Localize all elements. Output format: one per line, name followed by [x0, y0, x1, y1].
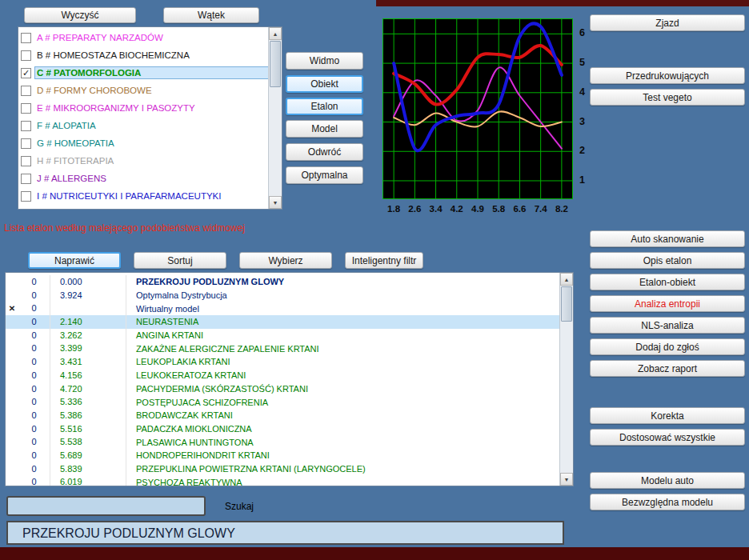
- side-button[interactable]: Zjazd: [590, 14, 745, 31]
- side-button[interactable]: Test vegeto: [590, 89, 745, 106]
- side-button[interactable]: NLS-analiza: [590, 317, 745, 334]
- side-button[interactable]: Bezwzględna modelu: [590, 494, 745, 510]
- side-button[interactable]: Auto skanowanie: [590, 230, 745, 247]
- side-button[interactable]: Zobacz raport: [590, 360, 745, 377]
- category-item[interactable]: H # FITOTERAPIA: [18, 152, 268, 170]
- category-item[interactable]: D # FORMY CHOROBOWE: [18, 82, 268, 99]
- category-item[interactable]: G # HOMEOPATIA: [18, 134, 268, 152]
- category-label: F # ALOPATIA: [35, 120, 268, 131]
- etalon-row[interactable]: 03.399ZAKAŻNE ALERGICZNE ZAPALENIE KRTAN…: [6, 342, 559, 355]
- scroll-thumb[interactable]: [270, 41, 281, 87]
- row-similarity-value: 6.019: [50, 475, 126, 486]
- scroll-down-icon[interactable]: ▼: [269, 196, 282, 209]
- category-checkbox[interactable]: [21, 86, 31, 96]
- category-checkbox[interactable]: [21, 191, 31, 202]
- right-group-model: Modelu autoBezwzględna modelu: [590, 472, 745, 515]
- side-button[interactable]: Etalon-obiekt: [590, 274, 745, 290]
- category-item[interactable]: E # MIKROORGANIZMY I PASOZYTY: [18, 99, 268, 117]
- etalon-row[interactable]: ✕0Wirtualny model: [6, 302, 559, 315]
- etalon-toolbar-button[interactable]: Inteligentny filtr: [345, 252, 423, 269]
- row-flag: 0: [18, 329, 50, 342]
- side-button[interactable]: Dostosować wszystkie: [590, 429, 745, 446]
- etalon-row[interactable]: 00.000PRZEKROJU PODLUZNYM GLOWY: [6, 275, 559, 289]
- row-etalon-name: PRZEKROJU PODLUZNYM GLOWY: [126, 277, 559, 286]
- etalon-toolbar-button[interactable]: Wybierz: [239, 252, 332, 269]
- mode-button[interactable]: Widmo: [286, 52, 363, 70]
- category-checkbox[interactable]: [21, 33, 31, 43]
- category-checkbox[interactable]: [21, 50, 31, 61]
- side-button[interactable]: Dodaj do zgłoś: [590, 338, 745, 355]
- etalon-row[interactable]: 05.336POSTĘPUJACA SCHIZOFRENIA: [6, 395, 559, 409]
- etalon-row[interactable]: 02.140NEURASTENIA: [6, 315, 559, 329]
- etalon-row[interactable]: 03.431LEUKOPLAKIA KRTANI: [6, 355, 559, 369]
- mode-button[interactable]: Etalon: [286, 98, 363, 115]
- etalon-row[interactable]: 05.689HONDROPERIHONDRIT KRTANI: [6, 449, 559, 462]
- mode-button[interactable]: Odwróć: [286, 143, 363, 161]
- category-listbox: A # PREPARATY NARZADÓWB # HOMEOSTAZA BIO…: [18, 26, 282, 210]
- category-checkbox[interactable]: [21, 121, 31, 131]
- side-button[interactable]: Opis etalon: [590, 252, 745, 269]
- etalon-row[interactable]: 03.262ANGINA KRTANI: [6, 329, 559, 342]
- scroll-up-icon[interactable]: ▲: [560, 273, 573, 286]
- category-checkbox[interactable]: ✓: [21, 68, 31, 78]
- category-item[interactable]: J # ALLERGENS: [18, 170, 268, 187]
- row-similarity-value: 4.720: [50, 382, 126, 396]
- etalon-toolbar-button[interactable]: Sortuj: [134, 252, 226, 269]
- category-item[interactable]: I # NUTRICEUTYKI I PARAFARMACEUTYKI: [18, 187, 268, 205]
- row-etalon-name: PRZEPUKLINA POWIETRZNA KRTANI (LARYNGOCE…: [126, 464, 559, 474]
- row-etalon-name: PLASAWICA HUNTINGTONA: [126, 438, 559, 447]
- x-tick-label: 5.8: [491, 204, 507, 214]
- row-flag: 0: [18, 462, 50, 476]
- category-scrollbar[interactable]: ▲ ▼: [268, 27, 282, 209]
- etalon-row[interactable]: 05.386BRODAWCZAK KRTANI: [6, 409, 559, 422]
- etalon-row[interactable]: 05.839PRZEPUKLINA POWIETRZNA KRTANI (LAR…: [6, 462, 559, 476]
- scroll-thumb[interactable]: [561, 286, 572, 322]
- search-input[interactable]: [6, 496, 206, 516]
- row-flag: 0: [18, 382, 50, 396]
- mode-button[interactable]: Obiekt: [286, 75, 363, 93]
- etalon-toolbar-button[interactable]: Naprawić: [28, 252, 121, 269]
- selected-etalon-field[interactable]: PRZEKROJU PODLUZNYM GLOWY: [6, 521, 564, 545]
- row-flag: 0: [18, 409, 50, 422]
- row-similarity-value: 3.924: [50, 289, 126, 302]
- category-checkbox[interactable]: [21, 174, 31, 184]
- category-item[interactable]: ✓C # PATOMORFOLOGIA: [18, 64, 268, 82]
- bottom-accent-bar: [0, 547, 749, 560]
- category-checkbox[interactable]: [21, 156, 31, 166]
- category-checkbox[interactable]: [21, 138, 31, 149]
- side-button[interactable]: Analiza entropii: [590, 295, 745, 312]
- etalon-row[interactable]: 03.924Optymalna Dystrybucja: [6, 289, 559, 302]
- clear-button[interactable]: Wyczyść: [24, 7, 136, 23]
- etalon-row[interactable]: 05.516PADACZKA MIOKLONICZNA: [6, 422, 559, 436]
- category-label: E # MIKROORGANIZMY I PASOZYTY: [35, 102, 268, 114]
- category-checkbox[interactable]: [21, 103, 31, 114]
- category-item[interactable]: F # ALOPATIA: [18, 117, 268, 134]
- etalon-row[interactable]: 06.019PSYCHOZA REAKTYWNA: [6, 475, 559, 486]
- mode-button[interactable]: Optymalna: [286, 166, 363, 184]
- row-similarity-value: [50, 302, 126, 315]
- scroll-up-icon[interactable]: ▲: [269, 27, 282, 40]
- scroll-down-icon[interactable]: ▼: [560, 473, 573, 486]
- category-item[interactable]: A # PREPARATY NARZADÓW: [18, 29, 268, 46]
- row-flag: 0: [18, 289, 50, 302]
- side-button[interactable]: Przedrukowujących: [590, 67, 745, 84]
- etalon-row[interactable]: 04.720PACHYDERMIA (SKÓRZASTOŚĆ) KRTANI: [6, 382, 559, 396]
- x-tick-label: 1.8: [386, 204, 402, 214]
- row-etalon-name: ZAKAŻNE ALERGICZNE ZAPALENIE KRTANI: [126, 344, 559, 354]
- search-label: Szukaj: [225, 501, 254, 512]
- etalon-scrollbar[interactable]: ▲ ▼: [559, 273, 573, 486]
- etalon-row[interactable]: 04.156LEUKOKERATOZA KRTANI: [6, 369, 559, 382]
- x-tick-label: 3.4: [428, 204, 444, 214]
- side-button[interactable]: Modelu auto: [590, 472, 745, 489]
- mode-button[interactable]: Model: [286, 120, 363, 138]
- row-etalon-name: Optymalna Dystrybucja: [126, 290, 559, 300]
- row-similarity-value: 5.336: [50, 395, 126, 409]
- category-item[interactable]: B # HOMEOSTAZA BIOCHEMICZNA: [18, 46, 268, 64]
- mode-buttons: WidmoObiektEtalonModelOdwróćOptymalna: [286, 52, 363, 190]
- thread-button[interactable]: Wątek: [163, 7, 259, 23]
- row-etalon-name: Wirtualny model: [126, 304, 559, 314]
- side-button[interactable]: Korekta: [590, 407, 745, 424]
- etalon-row[interactable]: 05.538PLASAWICA HUNTINGTONA: [6, 435, 559, 449]
- row-flag: 0: [18, 355, 50, 369]
- app-window: Wyczyść Wątek A # PREPARATY NARZADÓWB # …: [0, 0, 749, 560]
